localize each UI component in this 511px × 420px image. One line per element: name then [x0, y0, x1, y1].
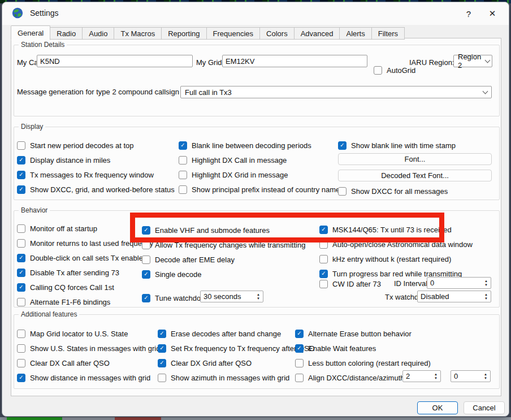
- iaru-region-value: Region 2: [458, 53, 481, 70]
- checkbox-label: Start new period decodes at top: [30, 141, 134, 150]
- checkbox-show-azimuth-in-messages-with-grid[interactable]: Show azimuth in messages with grid: [158, 372, 315, 383]
- tab-alerts[interactable]: Alerts: [340, 27, 371, 40]
- checkbox-label: Calling CQ forces Call 1st: [30, 283, 114, 292]
- checkbox-blank-line-between-decoding-periods[interactable]: ✓Blank line between decoding periods: [179, 140, 340, 151]
- general-tab-pane: Station Details My Call: My Grid: AutoGr…: [11, 38, 501, 396]
- my-call-input[interactable]: [37, 55, 193, 67]
- checkbox-label: Set Rx frequency to Tx frequency after Q…: [171, 344, 315, 353]
- checkbox-checked-icon: ✓: [17, 254, 25, 262]
- checkbox-show-dxcc-grid-and-worked-before-status[interactable]: ✓Show DXCC, grid, and worked-before stat…: [17, 184, 175, 195]
- font-button[interactable]: Font...: [338, 153, 492, 165]
- checkbox-unchecked-icon: [179, 185, 187, 194]
- tab-advanced[interactable]: Advanced: [295, 27, 340, 40]
- checkbox-clear-dx-grid-after-qso[interactable]: ✓Clear DX Grid after QSO: [158, 357, 315, 369]
- checkbox-set-rx-frequency-to-tx-frequency-after-qso[interactable]: ✓Set Rx frequency to Tx frequency after …: [158, 343, 315, 354]
- iaru-region-label: IARU Region:: [409, 57, 454, 69]
- spinner-arrows[interactable]: ▲▼: [431, 371, 440, 382]
- id-interval-value: 0: [427, 278, 482, 288]
- checkbox-label: Blank line between decoding periods: [192, 141, 311, 150]
- iaru-region-combo[interactable]: Region 2: [453, 55, 492, 67]
- checkbox-clear-dx-call-after-qso[interactable]: Clear DX Call after QSO: [17, 357, 161, 369]
- checkbox-label: Tx messages to Rx frequency window: [30, 171, 154, 179]
- checkbox-alternate-erase-button-behavior[interactable]: ✓Alternate Erase button behavior: [295, 328, 431, 339]
- checkbox-show-distance-in-messages-with-grid[interactable]: ✓Show distance in messages with grid: [17, 372, 161, 383]
- tab-frequencies[interactable]: Frequencies: [207, 27, 261, 40]
- checkbox-label: Erase decodes after band change: [171, 330, 281, 338]
- my-grid-input[interactable]: [222, 55, 367, 67]
- checkbox-enable-wait-features[interactable]: ✓Enable Wait features: [295, 343, 431, 354]
- checkbox-double-click-on-call-sets-tx-enable[interactable]: ✓Double-click on call sets Tx enable: [17, 252, 153, 263]
- checkbox-erase-decodes-after-band-change[interactable]: ✓Erase decodes after band change: [158, 328, 315, 339]
- checkbox-checked-icon: ✓: [17, 374, 25, 382]
- spinner-arrows[interactable]: ▲▼: [482, 291, 491, 302]
- checkbox-label: Display distance in miles: [30, 156, 110, 164]
- additional-col1: Map Grid locator to U.S. StateShow U.S. …: [17, 328, 161, 383]
- tab-reporting[interactable]: Reporting: [162, 27, 206, 40]
- settings-dialog: Settings ? ✕ GeneralRadioAudioTx MacrosR…: [2, 2, 509, 417]
- checkbox-checked-icon: ✓: [17, 185, 25, 194]
- checkbox-checked-icon: ✓: [158, 344, 166, 353]
- checkbox-checked-icon: ✓: [158, 330, 166, 338]
- checkbox-khz-entry-without-k-restart-required[interactable]: kHz entry without k (restart required): [319, 253, 473, 265]
- checkbox-highlight-dx-call-in-message[interactable]: Highlight DX Call in message: [179, 154, 340, 166]
- cw-id-row: CW ID after 73: [319, 278, 381, 289]
- checkbox-label: Show DXCC, grid, and worked-before statu…: [30, 185, 175, 194]
- close-button[interactable]: ✕: [484, 5, 501, 22]
- tab-filters[interactable]: Filters: [372, 27, 405, 40]
- decoded-text-font-button[interactable]: Decoded Text Font...: [338, 170, 492, 181]
- align-dxcc-row: Align DXCC/distance/azimuth: [295, 372, 405, 383]
- tab-tx-macros[interactable]: Tx Macros: [114, 27, 162, 40]
- checkbox-label: Show azimuth in messages with grid: [171, 374, 289, 382]
- help-button[interactable]: ?: [460, 5, 477, 22]
- checkbox-cw-id-after-73[interactable]: CW ID after 73: [319, 278, 381, 289]
- globe-icon: [12, 7, 23, 19]
- checkbox-less-button-coloring-restart-required[interactable]: Less button coloring (restart required): [295, 357, 431, 369]
- checkbox-label: Monitor off at startup: [30, 224, 97, 233]
- checkbox-unchecked-icon: [158, 374, 166, 382]
- checkbox-display-distance-in-miles[interactable]: ✓Display distance in miles: [17, 154, 175, 166]
- id-interval-spinbox[interactable]: 0 ▲▼: [427, 277, 491, 289]
- align-spinbox-2[interactable]: 0 ▲▼: [451, 370, 491, 382]
- checkbox-tx-messages-to-rx-frequency-window[interactable]: ✓Tx messages to Rx frequency window: [17, 169, 175, 180]
- tune-watchdog-value: 30 seconds: [201, 291, 254, 302]
- tx-watchdog-spinbox[interactable]: Disabled ▲▼: [417, 291, 491, 302]
- tab-radio[interactable]: Radio: [50, 27, 83, 40]
- align-spinbox-1[interactable]: 2 ▲▼: [402, 370, 441, 382]
- checkbox-align-dxcc-distance-azimuth[interactable]: Align DXCC/distance/azimuth: [295, 372, 405, 383]
- checkbox-label: Double-click on call sets Tx enable: [30, 254, 143, 262]
- align-value-1: 2: [403, 371, 431, 382]
- msggen-combo[interactable]: Full call in Tx3: [180, 86, 492, 98]
- tab-colors[interactable]: Colors: [260, 27, 295, 40]
- titlebar[interactable]: Settings ? ✕: [2, 2, 509, 25]
- main-window-strip-behind: [0, 417, 511, 420]
- cancel-button[interactable]: Cancel: [464, 401, 505, 414]
- checkbox-unchecked-icon: [374, 66, 382, 75]
- checkbox-show-u-s-states-in-messages-with-grid[interactable]: Show U.S. States in messages with grid: [17, 343, 161, 354]
- checkbox-single-decode[interactable]: ✓Single decode: [142, 269, 305, 280]
- checkbox-alternate-f1-f6-bindings[interactable]: Alternate F1-F6 bindings: [17, 296, 153, 308]
- checkbox-highlight-dx-grid-in-message[interactable]: Highlight DX Grid in message: [179, 169, 340, 180]
- checkbox-checked-icon: ✓: [17, 171, 25, 179]
- checkbox-calling-cq-forces-call-1st[interactable]: ✓Calling CQ forces Call 1st: [17, 282, 153, 293]
- ok-button[interactable]: OK: [417, 401, 458, 414]
- checkbox-show-principal-prefix-instead-of-country-name[interactable]: Show principal prefix instead of country…: [179, 184, 340, 195]
- checkbox-tune-watchdog[interactable]: ✓Tune watchdog: [142, 292, 205, 304]
- align-value-2: 0: [451, 371, 481, 382]
- spinner-arrows[interactable]: ▲▼: [482, 278, 491, 288]
- checkbox-label: CW ID after 73: [332, 280, 381, 288]
- checkbox-unchecked-icon: [319, 280, 328, 288]
- checkbox-start-new-period-decodes-at-top[interactable]: Start new period decodes at top: [17, 140, 175, 151]
- spinner-arrows[interactable]: ▲▼: [254, 291, 263, 302]
- checkbox-disable-tx-after-sending-73[interactable]: ✓Disable Tx after sending 73: [17, 267, 153, 278]
- tab-audio[interactable]: Audio: [83, 27, 114, 40]
- checkbox-checked-icon: ✓: [319, 270, 328, 278]
- checkbox-show-blank-line-with-time-stamp[interactable]: ✓Show blank line with time stamp: [338, 140, 456, 151]
- tab-general[interactable]: General: [11, 25, 50, 40]
- checkbox-label: Show DXCC for all messages: [351, 187, 448, 196]
- checkbox-map-grid-locator-to-u-s-state[interactable]: Map Grid locator to U.S. State: [17, 328, 161, 339]
- checkbox-show-dxcc-for-all-messages[interactable]: Show DXCC for all messages: [338, 185, 448, 197]
- checkbox-decode-after-eme-delay[interactable]: Decode after EME delay: [142, 254, 305, 265]
- spinner-arrows[interactable]: ▲▼: [481, 371, 490, 382]
- group-legend: Additional features: [19, 310, 79, 318]
- tune-watchdog-spinbox[interactable]: 30 seconds ▲▼: [200, 291, 263, 302]
